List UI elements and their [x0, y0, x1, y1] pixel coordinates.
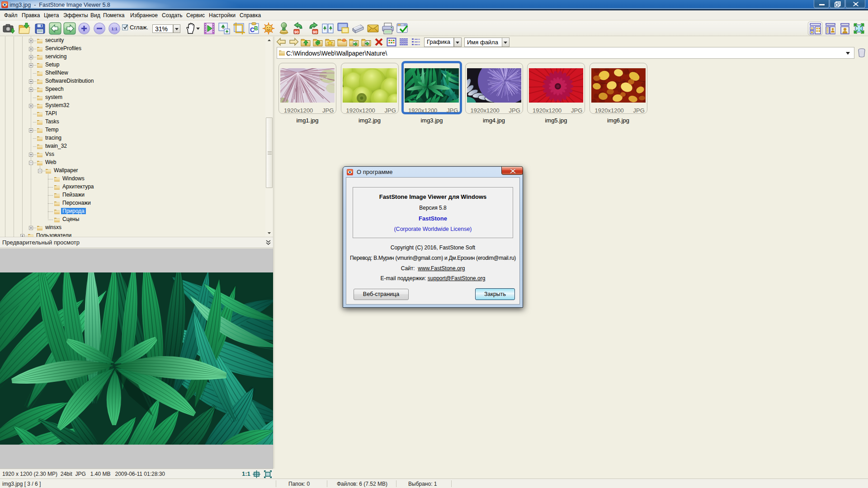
svg-text:90: 90 [294, 30, 299, 34]
svg-text:B: B [254, 25, 258, 32]
svg-text:90: 90 [313, 30, 317, 34]
svg-text:1:1: 1:1 [111, 27, 117, 31]
